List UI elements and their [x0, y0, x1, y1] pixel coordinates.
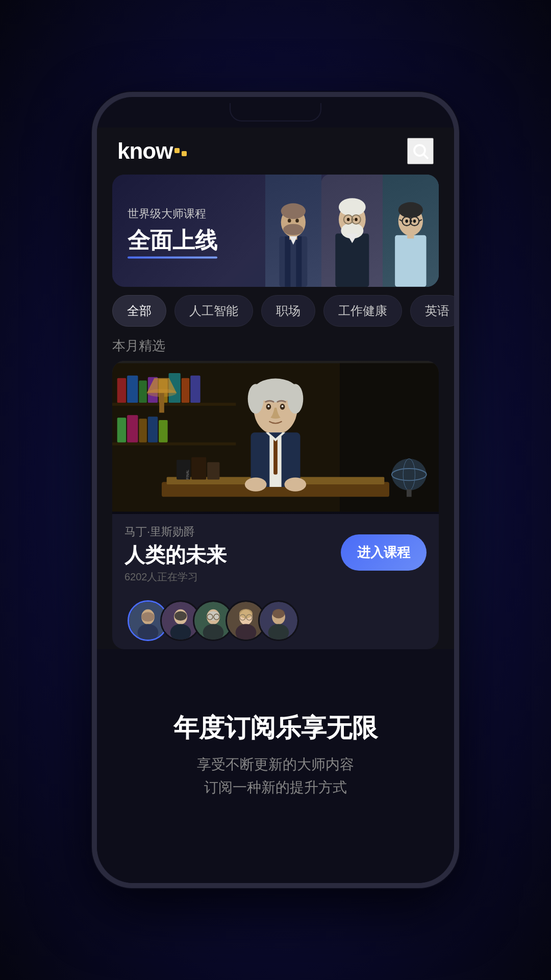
- category-tabs: 全部 人工智能 职场 工作健康 英语: [97, 295, 454, 335]
- notch: [230, 103, 321, 121]
- svg-rect-44: [190, 376, 200, 403]
- subscription-section: 年度订阅乐享无限 享受不断更新的大师内容 订阅一种新的提升方式: [97, 649, 454, 863]
- featured-course-image: FINAL: [112, 361, 439, 514]
- svg-point-68: [245, 478, 267, 492]
- course-instructor: 马丁·里斯勋爵: [124, 524, 333, 540]
- logo-dot-2: [182, 151, 187, 156]
- sub-desc-line2: 订阅一种新的提升方式: [204, 779, 347, 795]
- avatar-5-svg: [260, 602, 297, 640]
- portrait-left: [265, 175, 321, 287]
- svg-point-103: [272, 609, 285, 619]
- tab-career[interactable]: 职场: [261, 295, 315, 327]
- svg-rect-63: [407, 489, 412, 497]
- svg-rect-23: [395, 235, 426, 287]
- header: know: [97, 128, 454, 169]
- svg-point-26: [398, 202, 423, 218]
- svg-point-15: [339, 198, 366, 216]
- avatar-5: [258, 600, 299, 641]
- tab-english[interactable]: 英语: [410, 295, 454, 327]
- subscription-title: 年度订阅乐享无限: [173, 713, 378, 743]
- svg-rect-49: [159, 420, 167, 443]
- svg-point-97: [239, 609, 253, 619]
- svg-point-33: [413, 219, 416, 223]
- monthly-section-title: 本月精选: [97, 335, 454, 361]
- professor-scene-svg: FINAL: [112, 361, 439, 514]
- svg-point-69: [284, 478, 306, 492]
- svg-rect-39: [139, 380, 147, 403]
- logo-dot: [174, 148, 187, 156]
- svg-text:FINAL: FINAL: [186, 470, 189, 479]
- phone-screen: know 世界级大师课程 全面上: [97, 97, 454, 883]
- svg-point-20: [347, 218, 350, 222]
- svg-point-32: [406, 219, 408, 223]
- tab-health[interactable]: 工作健康: [323, 295, 402, 327]
- svg-point-10: [295, 218, 299, 223]
- logo-dot-1: [174, 148, 180, 153]
- svg-rect-36: [112, 443, 236, 446]
- app-content: know 世界级大师课程 全面上: [97, 128, 454, 883]
- svg-point-0: [414, 145, 425, 156]
- svg-rect-45: [117, 418, 126, 442]
- svg-point-60: [392, 459, 427, 491]
- course-title: 人类的未来: [124, 544, 333, 566]
- enter-course-button[interactable]: 进入课程: [341, 534, 427, 571]
- hero-portraits: [265, 175, 439, 287]
- svg-point-87: [174, 611, 187, 621]
- course-text-block: 马丁·里斯勋爵 人类的未来 6202人正在学习: [124, 524, 333, 584]
- bottom-safe-area: [97, 863, 454, 883]
- svg-rect-43: [182, 378, 190, 403]
- hero-subtitle: 世界级大师课程: [128, 206, 217, 222]
- person1-svg: [265, 175, 321, 287]
- subscription-description: 享受不断更新的大师内容 订阅一种新的提升方式: [197, 753, 354, 799]
- tab-all[interactable]: 全部: [112, 295, 166, 327]
- hero-text-area: 世界级大师课程 全面上线: [128, 206, 217, 256]
- svg-rect-35: [112, 403, 236, 406]
- svg-point-74: [287, 384, 303, 413]
- avatar-row: [112, 596, 439, 649]
- svg-point-83: [141, 612, 155, 622]
- status-bar: [97, 97, 454, 128]
- svg-rect-46: [127, 415, 138, 442]
- sub-desc-line1: 享受不断更新的大师内容: [197, 756, 354, 772]
- svg-rect-57: [191, 457, 206, 480]
- svg-rect-38: [127, 376, 138, 403]
- svg-rect-47: [139, 419, 147, 443]
- svg-rect-37: [117, 378, 126, 403]
- logo: know: [117, 138, 187, 164]
- svg-point-77: [267, 405, 269, 407]
- svg-point-73: [248, 384, 264, 413]
- svg-point-9: [288, 218, 291, 223]
- svg-rect-3: [285, 236, 290, 287]
- svg-rect-4: [296, 236, 302, 287]
- featured-course-card[interactable]: FINAL: [112, 361, 439, 649]
- svg-point-21: [355, 218, 358, 222]
- search-icon: [411, 142, 430, 160]
- search-button[interactable]: [407, 138, 434, 164]
- logo-text: know: [117, 138, 172, 164]
- svg-rect-52: [159, 393, 164, 413]
- svg-point-8: [283, 224, 303, 235]
- tab-ai[interactable]: 人工智能: [174, 295, 253, 327]
- svg-point-78: [282, 405, 284, 407]
- portrait-right: [383, 175, 439, 287]
- svg-line-1: [424, 155, 428, 159]
- person3-svg: [383, 175, 439, 287]
- hero-banner[interactable]: 世界级大师课程 全面上线: [112, 175, 439, 287]
- phone-frame: know 世界级大师课程 全面上: [92, 92, 459, 888]
- course-learners: 6202人正在学习: [124, 570, 333, 584]
- portrait-middle: [321, 175, 383, 287]
- course-info: 马丁·里斯勋爵 人类的未来 6202人正在学习 进入课程: [112, 514, 439, 596]
- svg-point-7: [281, 203, 306, 219]
- svg-rect-48: [148, 416, 158, 442]
- svg-rect-58: [207, 462, 219, 479]
- hero-title: 全面上线: [128, 226, 217, 256]
- person2-svg: [321, 175, 383, 287]
